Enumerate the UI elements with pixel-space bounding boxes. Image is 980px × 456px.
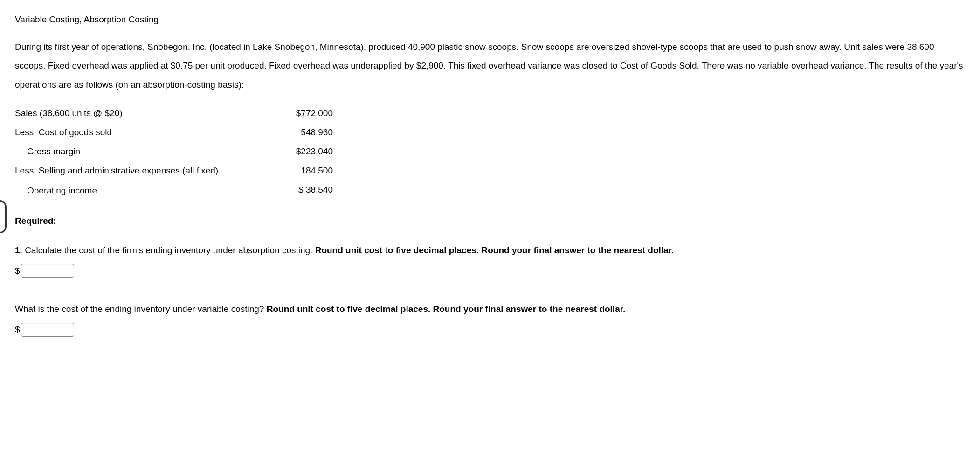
problem-description: During its first year of operations, Sno… (15, 38, 965, 95)
income-statement-table: Sales (38,600 units @ $20) $772,000 Less… (15, 104, 337, 201)
question-text: Calculate the cost of the firm's ending … (25, 245, 315, 255)
row-value: 548,960 (276, 123, 337, 142)
question-text: What is the cost of the ending inventory… (15, 304, 267, 314)
answer-row-2: $ (15, 323, 965, 337)
required-heading: Required: (15, 214, 965, 228)
answer-row-1: $ (15, 264, 965, 278)
question-1: 1. Calculate the cost of the firm's endi… (15, 242, 965, 259)
row-label: Less: Cost of goods sold (15, 123, 276, 142)
row-label: Sales (38,600 units @ $20) (15, 104, 276, 123)
row-label: Less: Selling and administrative expense… (15, 161, 276, 180)
table-row: Sales (38,600 units @ $20) $772,000 (15, 104, 337, 123)
row-value: $223,040 (276, 142, 337, 161)
question-number: 1. (15, 245, 25, 255)
decorative-arc (0, 200, 7, 233)
page-title: Variable Costing, Absorption Costing (15, 13, 965, 27)
row-value: 184,500 (276, 161, 337, 180)
question-instruction: Round unit cost to five decimal places. … (267, 304, 626, 314)
row-label: Gross margin (15, 142, 276, 161)
question-instruction: Round unit cost to five decimal places. … (315, 245, 674, 255)
table-row: Less: Cost of goods sold 548,960 (15, 123, 337, 142)
currency-symbol: $ (15, 264, 20, 278)
table-row: Less: Selling and administrative expense… (15, 161, 337, 180)
answer-input-2[interactable] (21, 323, 74, 337)
table-row: Gross margin $223,040 (15, 142, 337, 161)
table-row: Operating income $ 38,540 (15, 180, 337, 200)
question-2: What is the cost of the ending inventory… (15, 300, 965, 318)
row-value: $ 38,540 (276, 180, 337, 200)
currency-symbol: $ (15, 323, 20, 337)
row-value: $772,000 (276, 104, 337, 123)
row-label: Operating income (15, 180, 276, 200)
answer-input-1[interactable] (21, 264, 74, 278)
